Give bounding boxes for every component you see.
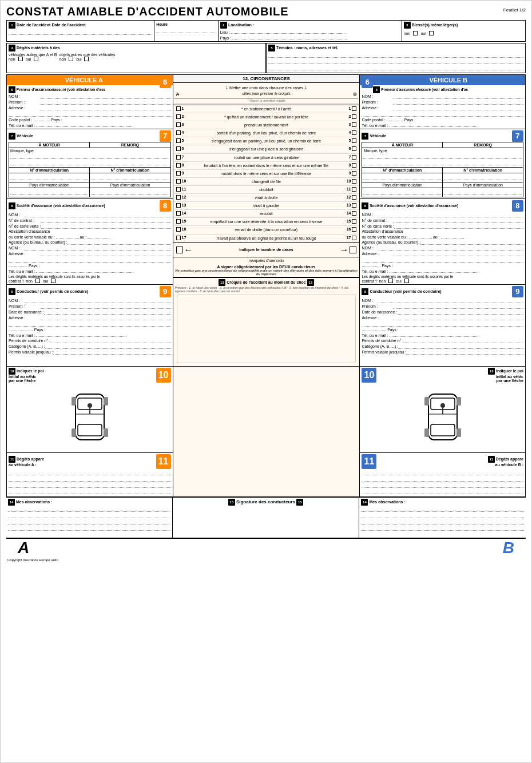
adresse2-a-val[interactable]	[40, 251, 171, 256]
carte-verte-a-val[interactable]	[41, 224, 171, 229]
nom3-a-val[interactable]	[25, 245, 171, 251]
circ-check-a-2[interactable]	[176, 114, 181, 119]
circ-check-b-13[interactable]	[352, 203, 356, 208]
circ-check-a-7[interactable]	[176, 155, 181, 160]
circ-check-b-8[interactable]	[352, 163, 356, 168]
categorie-a-val[interactable]	[45, 344, 171, 349]
circ-check-a-15[interactable]	[176, 219, 181, 224]
circ-check-a-12[interactable]	[176, 195, 181, 200]
circ-check-a-5[interactable]	[176, 138, 181, 143]
valable-b-val[interactable]	[406, 349, 523, 355]
adresse2-a-label: Adresse :	[9, 252, 40, 256]
permis-b-val[interactable]	[403, 338, 523, 343]
circ-check-b-12[interactable]	[352, 195, 356, 200]
degats-non-a-check[interactable]	[35, 279, 40, 283]
non-obj-check[interactable]	[69, 57, 73, 61]
pays-immat2-b-val[interactable]	[443, 188, 523, 197]
degats-oui-a-check[interactable]	[51, 279, 55, 283]
circ-check-b-6[interactable]	[352, 146, 356, 151]
circ-check-b-10[interactable]	[352, 179, 356, 184]
oui-veh-check[interactable]	[34, 57, 38, 61]
circ-text-4: sortait d'un parking, d'un lieu privé, d…	[190, 130, 343, 136]
circ-check-b-11[interactable]	[352, 187, 356, 192]
num-6-b: 6	[373, 86, 380, 93]
tel3-a-val[interactable]	[36, 332, 125, 337]
circ-num-16: 16	[182, 227, 190, 231]
circ-check-b-4[interactable]	[352, 130, 356, 135]
circ-check-b-1[interactable]	[352, 106, 356, 111]
degats-oui-b-check[interactable]	[404, 279, 409, 283]
tel2-a-val[interactable]	[36, 268, 133, 273]
circ-check-a-9[interactable]	[176, 171, 181, 176]
tel3-b-val[interactable]	[390, 332, 478, 337]
ddn-b-val[interactable]	[397, 309, 523, 315]
adresse2-b-val[interactable]	[393, 251, 523, 256]
circ-check-b-3[interactable]	[352, 122, 356, 127]
valable-a-val[interactable]	[53, 349, 171, 355]
pays-immat-b-val[interactable]	[362, 188, 443, 197]
circ-check-b-2[interactable]	[352, 114, 356, 119]
circ-check-a-17[interactable]	[176, 236, 181, 240]
adresse3-a-val[interactable]	[40, 315, 171, 320]
agence-b-val[interactable]	[420, 240, 523, 245]
categorie-b-val[interactable]	[398, 344, 523, 349]
tel-b-val[interactable]	[390, 122, 478, 127]
circ-check-a-14[interactable]	[176, 211, 181, 216]
nom2-b-val[interactable]	[378, 212, 523, 217]
immat2-b-val[interactable]	[443, 173, 523, 182]
circ-check-b-16[interactable]	[352, 227, 356, 232]
circ-check-b-9[interactable]	[352, 171, 356, 176]
carte-verte-b-val[interactable]	[394, 224, 523, 229]
degats-non-b-check[interactable]	[388, 279, 393, 283]
immat-b-val[interactable]	[362, 173, 443, 182]
nom4-b-val[interactable]	[378, 298, 523, 303]
nom-a-val[interactable]	[40, 94, 171, 99]
adresse-b-val[interactable]	[393, 105, 523, 110]
svg-rect-15	[456, 397, 461, 406]
tel2-b-val[interactable]	[390, 268, 478, 273]
prenom2-b-val[interactable]	[393, 304, 523, 309]
circ-check-a-1[interactable]	[176, 106, 181, 111]
circ-check-b-15[interactable]	[352, 219, 356, 224]
circ-check-a-3[interactable]	[176, 122, 181, 127]
arrow-box-left[interactable]	[176, 247, 183, 253]
immat2-a-val[interactable]	[90, 173, 170, 182]
adresse-a-val[interactable]	[40, 105, 171, 110]
tel-a-val[interactable]	[36, 122, 133, 127]
circ-check-a-11[interactable]	[176, 187, 181, 192]
obj-autres-label: objets autres que des véhicules	[59, 53, 115, 57]
contrat-b-val[interactable]	[393, 218, 523, 223]
prenom-a-val[interactable]	[40, 100, 171, 105]
circ-check-b-14[interactable]	[352, 211, 356, 216]
nom4-a-val[interactable]	[25, 298, 171, 303]
circ-check-a-13[interactable]	[176, 203, 181, 208]
oui-obj-check[interactable]	[84, 57, 89, 61]
nom3-b-val[interactable]	[378, 245, 523, 251]
prenom2-a-val[interactable]	[40, 304, 171, 309]
blesse-oui-check[interactable]	[429, 31, 434, 35]
immat-a-val[interactable]	[9, 173, 90, 182]
circ-check-a-4[interactable]	[176, 130, 181, 135]
non-veh-check[interactable]	[18, 57, 23, 61]
circ-check-b-7[interactable]	[352, 155, 356, 160]
circ-check-a-10[interactable]	[176, 179, 181, 184]
pays-immat-a-val[interactable]	[9, 188, 90, 197]
circ-text-9: roulait dans le même sens et sur une fil…	[190, 171, 343, 176]
circ-check-a-6[interactable]	[176, 146, 181, 151]
circ-check-a-16[interactable]	[176, 227, 181, 232]
permis-a-val[interactable]	[50, 338, 171, 343]
contrat-a-val[interactable]	[40, 218, 171, 223]
agence-a-val[interactable]	[68, 240, 171, 245]
adresse3-b-val[interactable]	[393, 315, 523, 320]
circ-check-b-5[interactable]	[352, 138, 356, 143]
nom-b-val[interactable]	[393, 94, 523, 99]
circ-check-a-8[interactable]	[176, 163, 181, 168]
arrow-box-right[interactable]	[350, 247, 356, 253]
ddn-a-val[interactable]	[44, 309, 171, 315]
blesse-non-check[interactable]	[413, 31, 418, 35]
prenom-b-val[interactable]	[393, 100, 523, 105]
nom2-a-val[interactable]	[25, 212, 171, 217]
circ-check-b-17[interactable]	[352, 236, 356, 240]
badge-8-a: 8	[160, 200, 171, 212]
pays-immat2-a-val[interactable]	[90, 188, 170, 197]
